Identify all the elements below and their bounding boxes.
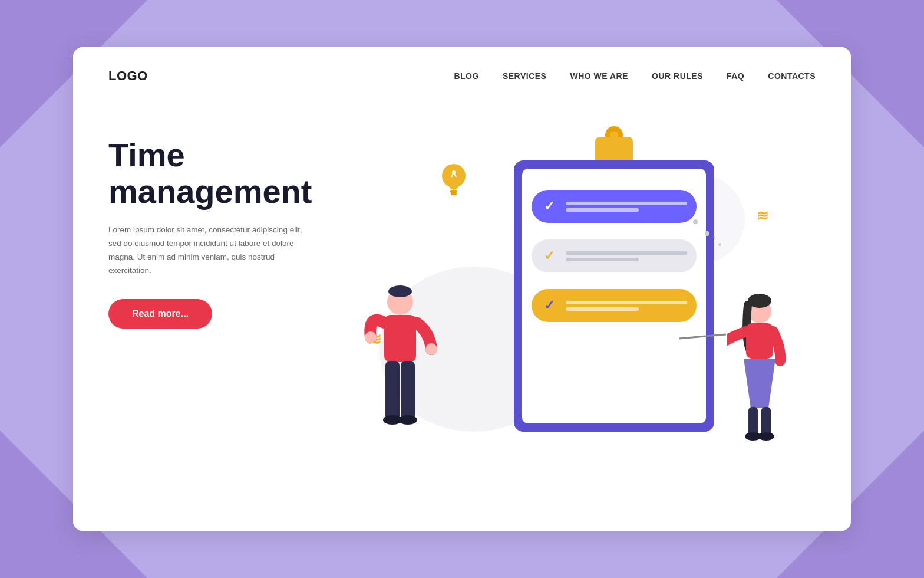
check-line-2a — [566, 251, 687, 255]
deco-squiggle-2: ≋ — [757, 208, 768, 224]
clipboard: ✓ ✓ — [514, 125, 714, 432]
svg-point-7 — [365, 331, 377, 343]
svg-rect-9 — [385, 361, 400, 420]
check-icon-2: ✓ — [541, 248, 557, 264]
checklist: ✓ ✓ — [532, 190, 697, 322]
deco-dot-2 — [693, 219, 698, 224]
content: Time management Lorem ipsum dolor sit am… — [73, 96, 851, 514]
check-line-3b — [566, 307, 639, 311]
check-line-3a — [566, 301, 687, 304]
woman-figure — [727, 290, 792, 455]
illustration: ✕ ≋ ≋ + — [332, 113, 816, 491]
svg-point-8 — [425, 343, 437, 355]
svg-rect-17 — [748, 407, 758, 436]
deco-dot-3 — [718, 243, 721, 246]
svg-point-0 — [442, 164, 466, 188]
check-lines-1 — [566, 202, 687, 212]
left-side: Time management Lorem ipsum dolor sit am… — [108, 113, 332, 329]
svg-point-3 — [452, 170, 456, 174]
deco-dot-1 — [705, 231, 710, 236]
check-line-2b — [566, 258, 639, 261]
hero-description: Lorem ipsum dolor sit amet, consectetur … — [108, 224, 309, 278]
svg-point-5 — [388, 285, 412, 297]
svg-point-20 — [758, 432, 774, 441]
main-card: LOGO BLOG SERVICES WHO WE ARE OUR RULES … — [73, 47, 851, 531]
check-lines-2 — [566, 251, 687, 261]
svg-rect-1 — [450, 190, 457, 193]
checklist-item-2: ✓ — [532, 239, 697, 272]
svg-rect-10 — [401, 361, 415, 420]
check-icon-1: ✓ — [541, 198, 557, 215]
svg-rect-2 — [451, 193, 457, 195]
check-line-1b — [566, 208, 639, 212]
nav-item-contacts[interactable]: CONTACTS — [768, 71, 816, 81]
hero-title: Time management — [108, 137, 332, 209]
read-more-button[interactable]: Read more... — [108, 299, 212, 329]
checklist-item-1: ✓ — [532, 190, 697, 223]
nav-item-services[interactable]: SERVICES — [503, 71, 547, 81]
svg-rect-18 — [761, 407, 771, 436]
checklist-item-3: ✓ — [532, 289, 697, 322]
logo: LOGO — [108, 68, 148, 84]
check-icon-3: ✓ — [541, 297, 557, 314]
nav-item-our-rules[interactable]: OUR RULES — [652, 71, 703, 81]
nav-item-faq[interactable]: FAQ — [727, 71, 744, 81]
nav-item-who-we-are[interactable]: WHO WE ARE — [570, 71, 628, 81]
man-figure — [362, 278, 438, 455]
lightbulb-icon — [438, 160, 469, 207]
nav-item-blog[interactable]: BLOG — [454, 71, 478, 81]
check-lines-3 — [566, 301, 687, 311]
check-line-1a — [566, 202, 687, 205]
nav: BLOG SERVICES WHO WE ARE OUR RULES FAQ C… — [454, 71, 816, 81]
svg-point-12 — [398, 415, 417, 425]
header: LOGO BLOG SERVICES WHO WE ARE OUR RULES … — [73, 47, 851, 96]
